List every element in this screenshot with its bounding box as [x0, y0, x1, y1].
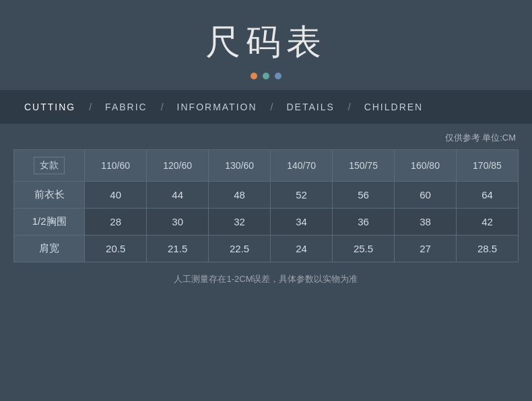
female-label: 女款	[34, 157, 65, 174]
cell-2-2: 22.5	[209, 235, 271, 262]
table-row: 肩宽 20.5 21.5 22.5 24 25.5 27 28.5	[14, 235, 519, 262]
cell-1-2: 32	[209, 209, 271, 235]
cell-2-0: 20.5	[85, 235, 147, 262]
row-label-shoulder: 肩宽	[14, 235, 85, 262]
decorative-dots	[0, 73, 532, 79]
nav-sep-3: /	[268, 102, 276, 112]
col-header-label: 女款	[14, 150, 85, 182]
nav-sep-1: /	[86, 102, 94, 112]
table-footer: 人工测量存在1-2CM误差，具体参数以实物为准	[13, 269, 519, 289]
table-row: 1/2胸围 28 30 32 34 36 38 42	[14, 209, 519, 235]
page-title: 尺码表	[0, 19, 532, 66]
cell-1-4: 36	[333, 209, 395, 235]
cell-0-3: 52	[271, 182, 333, 209]
col-header-160: 160/80	[395, 150, 457, 182]
dot-blue	[275, 73, 281, 79]
cell-1-1: 30	[147, 209, 209, 235]
cell-0-6: 64	[457, 182, 519, 209]
cell-0-4: 56	[333, 182, 395, 209]
cell-1-6: 42	[457, 209, 519, 235]
cell-2-6: 28.5	[457, 235, 519, 262]
table-note: 仅供参考 单位:CM	[13, 132, 519, 144]
dot-orange	[251, 73, 257, 79]
cell-1-0: 28	[85, 209, 147, 235]
table-section: 仅供参考 单位:CM 女款 110/60 120/60 130/60 140/7…	[0, 124, 532, 296]
dot-teal	[263, 73, 269, 79]
cell-1-3: 34	[271, 209, 333, 235]
col-header-120: 120/60	[147, 150, 209, 182]
nav-item-cutting[interactable]: CUTTING	[13, 102, 86, 112]
cell-0-0: 40	[85, 182, 147, 209]
table-header-row: 女款 110/60 120/60 130/60 140/70 150/75 16…	[14, 150, 519, 182]
cell-0-1: 44	[147, 182, 209, 209]
cell-2-3: 24	[271, 235, 333, 262]
navigation-bar: CUTTING / FABRIC / INFORMATION / DETAILS…	[0, 90, 532, 124]
table-row: 前衣长 40 44 48 52 56 60 64	[14, 182, 519, 209]
col-header-110: 110/60	[85, 150, 147, 182]
row-label-chest: 1/2胸围	[14, 209, 85, 235]
nav-item-fabric[interactable]: FABRIC	[94, 102, 158, 112]
cell-0-5: 60	[395, 182, 457, 209]
cell-2-4: 25.5	[333, 235, 395, 262]
nav-sep-2: /	[158, 102, 166, 112]
col-header-170: 170/85	[457, 150, 519, 182]
cell-1-5: 38	[395, 209, 457, 235]
col-header-140: 140/70	[271, 150, 333, 182]
nav-item-information[interactable]: INFORMATION	[166, 102, 268, 112]
cell-2-5: 27	[395, 235, 457, 262]
nav-sep-4: /	[345, 102, 354, 112]
nav-item-details[interactable]: DETAILS	[275, 102, 345, 112]
cell-0-2: 48	[209, 182, 271, 209]
nav-item-children[interactable]: CHILDREN	[354, 102, 434, 112]
row-label-front-length: 前衣长	[14, 182, 85, 209]
size-table: 女款 110/60 120/60 130/60 140/70 150/75 16…	[13, 149, 519, 262]
cell-2-1: 21.5	[147, 235, 209, 262]
col-header-130: 130/60	[209, 150, 271, 182]
col-header-150: 150/75	[333, 150, 395, 182]
header-section: 尺码表	[0, 0, 532, 90]
